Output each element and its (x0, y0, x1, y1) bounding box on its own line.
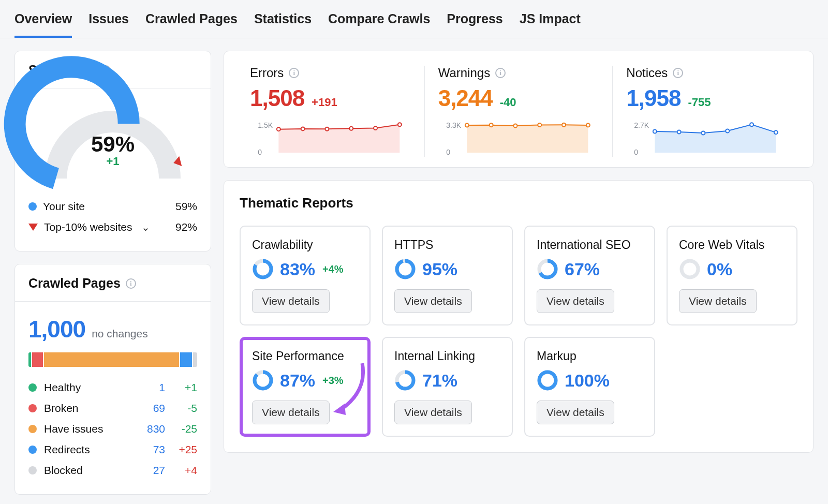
svg-text:2.7K: 2.7K (634, 121, 649, 129)
errors-block[interactable]: Errors i 1,508 +191 1.5K 0 (236, 66, 425, 157)
stack-segment[interactable] (180, 352, 192, 367)
site-health-gauge: 59% +1 (35, 101, 190, 184)
warnings-sparkline: 3.3K 0 (438, 121, 599, 157)
svg-point-31 (682, 261, 698, 277)
view-details-button[interactable]: View details (679, 289, 757, 313)
report-pct: 71% (422, 370, 457, 391)
report-card-core-web-vitals: Core Web Vitals 0% View details (667, 226, 797, 325)
crawled-row[interactable]: Broken 69 -5 (28, 398, 197, 419)
notices-sparkline: 2.7K 0 (626, 121, 787, 157)
view-details-button[interactable]: View details (537, 289, 614, 313)
tab-compare-crawls[interactable]: Compare Crawls (328, 11, 430, 38)
donut-icon (252, 369, 274, 391)
tab-progress[interactable]: Progress (447, 11, 502, 38)
warnings-delta: -40 (500, 96, 516, 109)
donut-icon (537, 258, 558, 280)
report-title: Internal Linking (394, 349, 500, 363)
svg-text:1.5K: 1.5K (258, 121, 273, 129)
tab-issues[interactable]: Issues (88, 11, 129, 38)
svg-point-16 (586, 123, 590, 127)
legend-your-site: Your site 59% (28, 196, 197, 217)
report-title: Site Performance (252, 349, 358, 363)
view-details-button[interactable]: View details (537, 401, 614, 424)
metrics-card: Errors i 1,508 +191 1.5K 0 Warnings i 3,… (224, 51, 814, 168)
view-details-button[interactable]: View details (252, 401, 330, 424)
crawled-row-name: Healthy (44, 381, 130, 394)
report-title: International SEO (537, 238, 643, 252)
svg-point-39 (539, 372, 556, 389)
svg-point-5 (325, 127, 329, 131)
errors-title: Errors (250, 66, 284, 80)
site-health-delta: +1 (35, 155, 190, 168)
tab-crawled-pages[interactable]: Crawled Pages (145, 11, 238, 38)
warnings-title: Warnings (438, 66, 490, 80)
svg-text:3.3K: 3.3K (446, 121, 461, 129)
report-delta: +4% (322, 263, 344, 275)
report-card-site-performance: Site Performance 87% +3% View details (240, 337, 371, 437)
tab-statistics[interactable]: Statistics (254, 11, 312, 38)
report-delta: +3% (322, 375, 344, 387)
crawled-pages-card: Crawled Pages i 1,000 no changes Healthy… (14, 264, 211, 495)
crawled-row[interactable]: Healthy 1 +1 (28, 377, 197, 398)
warnings-value: 3,244 (438, 85, 493, 111)
crawled-row[interactable]: Blocked 27 +4 (28, 460, 197, 481)
crawled-count[interactable]: 1,000 (28, 315, 85, 343)
notices-value: 1,958 (626, 85, 681, 111)
svg-point-3 (277, 127, 280, 131)
donut-icon (537, 369, 558, 391)
top10-value: 92% (175, 221, 197, 233)
stack-segment[interactable] (44, 352, 179, 367)
svg-point-22 (726, 129, 730, 133)
crawled-row[interactable]: Have issues 830 -25 (28, 419, 197, 439)
crawled-stack-bar (28, 352, 197, 367)
crawled-row-name: Have issues (44, 423, 130, 435)
stack-segment[interactable] (32, 352, 43, 367)
notices-title: Notices (626, 66, 668, 80)
tab-js-impact[interactable]: JS Impact (520, 11, 581, 38)
donut-icon (394, 258, 416, 280)
crawled-row-delta: +25 (172, 443, 197, 456)
notices-block[interactable]: Notices i 1,958 -755 2.7K 0 (613, 66, 801, 157)
errors-delta: +191 (312, 96, 337, 109)
report-title: HTTPS (394, 238, 500, 252)
crawled-row-delta: -25 (172, 423, 197, 435)
report-card-https: HTTPS 95% View details (382, 226, 513, 325)
svg-point-14 (538, 123, 541, 127)
info-icon[interactable]: i (289, 68, 299, 78)
report-pct: 100% (565, 370, 610, 391)
your-site-label: Your site (43, 200, 85, 213)
report-title: Crawlability (252, 238, 358, 252)
legend-top10-dropdown[interactable]: Top-10% websites ⌄ 92% (28, 217, 197, 238)
warnings-block[interactable]: Warnings i 3,244 -40 3.3K 0 (425, 66, 613, 157)
svg-point-23 (750, 123, 753, 126)
stack-segment[interactable] (193, 352, 197, 367)
crawled-row-delta: -5 (172, 402, 197, 414)
crawled-row-value: 27 (137, 464, 165, 477)
svg-point-21 (702, 131, 705, 135)
your-site-value: 59% (175, 200, 197, 213)
info-icon[interactable]: i (495, 68, 506, 78)
report-pct: 67% (565, 259, 600, 279)
donut-icon (252, 258, 274, 280)
stack-segment[interactable] (28, 352, 31, 367)
info-icon[interactable]: i (126, 278, 136, 289)
donut-icon (679, 258, 701, 280)
thematic-reports-title: Thematic Reports (240, 195, 797, 211)
view-details-button[interactable]: View details (394, 289, 472, 313)
view-details-button[interactable]: View details (394, 401, 472, 424)
crawled-row-value: 830 (137, 423, 165, 435)
report-card-markup: Markup 100% View details (524, 337, 655, 437)
info-icon[interactable]: i (673, 68, 683, 78)
dot-icon (28, 425, 37, 433)
svg-point-12 (489, 123, 493, 127)
svg-point-11 (465, 123, 469, 127)
dot-icon (28, 466, 37, 475)
tab-overview[interactable]: Overview (14, 11, 72, 38)
crawled-row[interactable]: Redirects 73 +25 (28, 439, 197, 460)
svg-point-13 (513, 124, 517, 127)
report-title: Core Web Vitals (679, 238, 785, 252)
view-details-button[interactable]: View details (252, 289, 330, 313)
report-card-international-seo: International SEO 67% View details (524, 226, 655, 325)
top10-label: Top-10% websites (44, 221, 132, 233)
dot-icon (28, 383, 37, 392)
